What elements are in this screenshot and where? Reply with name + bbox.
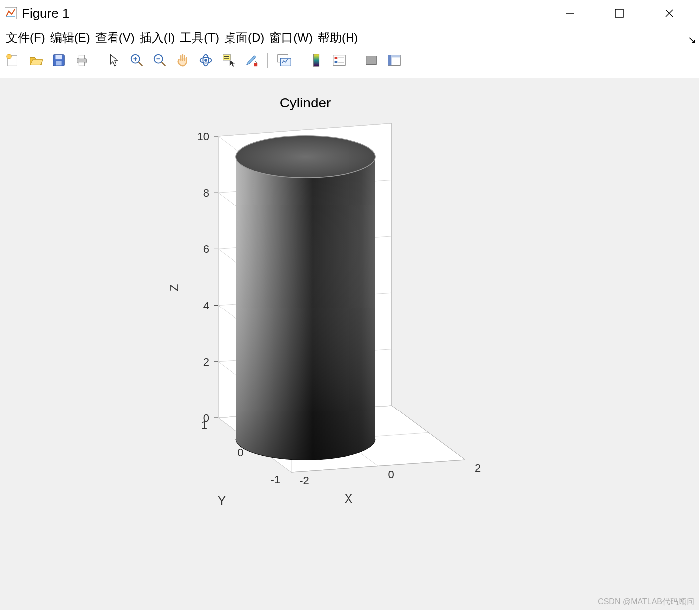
hide-tools-icon[interactable] — [363, 52, 379, 68]
svg-text:0: 0 — [388, 468, 394, 481]
menu-tools[interactable]: 工具(T) — [180, 30, 219, 46]
show-tools-icon[interactable] — [386, 52, 402, 68]
brush-icon[interactable] — [243, 52, 259, 68]
data-cursor-icon[interactable] — [221, 52, 236, 68]
menu-file[interactable]: 文件(F) — [6, 30, 45, 46]
chart-title: Cylinder — [280, 95, 331, 110]
svg-text:0: 0 — [237, 446, 243, 459]
link-plot-icon[interactable] — [276, 52, 292, 68]
svg-text:2: 2 — [203, 356, 209, 368]
print-icon[interactable] — [74, 52, 90, 68]
menu-insert[interactable]: 插入(I) — [140, 30, 175, 46]
svg-text:1: 1 — [201, 419, 207, 431]
svg-line-14 — [139, 62, 143, 66]
svg-rect-31 — [335, 57, 338, 59]
figure-canvas[interactable]: Cylinder — [0, 78, 699, 610]
rotate-3d-icon[interactable] — [198, 52, 214, 68]
svg-line-18 — [162, 62, 166, 66]
svg-rect-38 — [391, 55, 400, 58]
colorbar-icon[interactable] — [308, 52, 324, 68]
svg-text:2: 2 — [475, 462, 481, 474]
zoom-in-icon[interactable] — [129, 52, 145, 68]
pan-icon[interactable] — [175, 52, 191, 68]
svg-point-22 — [204, 59, 207, 62]
toolbar-separator — [267, 53, 268, 68]
toolbar-separator — [355, 53, 355, 68]
svg-rect-2 — [615, 9, 623, 17]
svg-rect-37 — [388, 55, 392, 66]
maximize-button[interactable] — [609, 3, 629, 23]
svg-rect-23 — [223, 55, 231, 60]
pointer-icon[interactable] — [106, 52, 122, 68]
window-titlebar: Figure 1 — [0, 0, 699, 27]
cylinder-surface — [236, 136, 375, 460]
minimize-button[interactable] — [560, 3, 580, 23]
menu-edit[interactable]: 编辑(E) — [50, 30, 90, 46]
svg-rect-33 — [335, 61, 338, 63]
x-axis-label: X — [345, 492, 352, 505]
zoom-out-icon[interactable] — [152, 52, 168, 68]
svg-rect-29 — [313, 54, 319, 66]
window-title: Figure 1 — [22, 6, 560, 21]
svg-text:-1: -1 — [270, 473, 280, 486]
svg-text:6: 6 — [203, 243, 209, 255]
legend-icon[interactable] — [331, 52, 347, 68]
y-axis-label: Y — [218, 494, 226, 507]
close-button[interactable] — [659, 3, 679, 23]
app-icon — [5, 7, 17, 19]
open-icon[interactable] — [28, 52, 44, 68]
save-icon[interactable] — [51, 52, 67, 68]
menu-desktop[interactable]: 桌面(D) — [224, 30, 264, 46]
svg-text:-2: -2 — [299, 474, 309, 487]
menubar: 文件(F) 编辑(E) 查看(V) 插入(I) 工具(T) 桌面(D) 窗口(W… — [0, 27, 699, 49]
svg-text:4: 4 — [203, 300, 209, 312]
svg-rect-35 — [366, 56, 377, 65]
svg-point-6 — [7, 54, 11, 59]
toolbar-separator — [300, 53, 300, 68]
menu-view[interactable]: 查看(V) — [95, 30, 135, 46]
watermark-text: CSDN @MATLAB代码顾问 — [598, 597, 694, 607]
toolbar — [0, 49, 699, 72]
svg-rect-9 — [56, 61, 61, 65]
svg-rect-11 — [79, 55, 84, 59]
menu-help[interactable]: 帮助(H) — [318, 30, 358, 46]
menu-window[interactable]: 窗口(W) — [269, 30, 313, 46]
z-axis-ticks: 0246810 — [197, 130, 218, 424]
svg-text:10: 10 — [197, 130, 209, 143]
svg-rect-8 — [55, 55, 62, 59]
svg-text:8: 8 — [203, 187, 209, 199]
new-figure-icon[interactable] — [5, 52, 21, 68]
svg-rect-30 — [333, 55, 345, 66]
svg-rect-12 — [79, 62, 84, 66]
dock-arrow-icon[interactable]: ↘ — [688, 34, 696, 46]
svg-rect-26 — [254, 63, 258, 67]
z-axis-label: Z — [167, 284, 181, 292]
toolbar-separator — [98, 53, 98, 68]
